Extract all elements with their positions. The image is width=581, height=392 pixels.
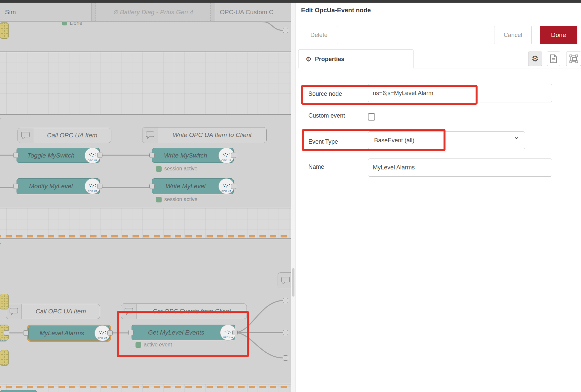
annotation-box-get-mylevel-events xyxy=(117,311,249,357)
custom-event-checkbox[interactable] xyxy=(368,113,375,121)
group-lower-label: er xyxy=(0,241,1,247)
node-write-myswitch[interactable]: Write MySwitch OPC UA xyxy=(152,148,234,163)
tab-sim[interactable]: Sim xyxy=(0,3,92,21)
node-label: Toggle MySwitch xyxy=(20,148,82,162)
group-selection-dash-top xyxy=(0,235,291,237)
custom-event-label: Custom event xyxy=(308,112,345,119)
tab-opcua-custom[interactable]: OPC-UA Custom C xyxy=(215,3,295,21)
done-button[interactable]: Done xyxy=(540,26,577,44)
node-toggle-myswitch[interactable]: Toggle MySwitch OPC UA xyxy=(17,148,100,163)
opcua-badge-text: OPC UA xyxy=(221,190,231,192)
workspace-tab-bar: Sim ⊘ Battery Diag - Prius Gen 4 OPC-UA … xyxy=(0,3,295,22)
node-mylevel-alarms[interactable]: MyLevel Alarms OPC UA xyxy=(28,326,110,340)
port-in[interactable] xyxy=(23,330,28,336)
node-label: Write MySwitch xyxy=(156,148,215,162)
port-out[interactable] xyxy=(4,330,9,336)
node-write-mylevel[interactable]: Write MyLevel OPC UA xyxy=(152,178,234,194)
status-green-dot xyxy=(156,166,162,172)
node-label: Modify MyLevel xyxy=(20,179,82,194)
edit-properties-icon-button[interactable]: ⚙ xyxy=(528,52,542,66)
flow-scrollbar[interactable] xyxy=(291,3,295,392)
cancel-button[interactable]: Cancel xyxy=(494,26,532,44)
port-in[interactable] xyxy=(13,153,19,158)
link-node-partial[interactable] xyxy=(0,350,9,366)
port-out[interactable] xyxy=(97,153,102,158)
header-divider xyxy=(295,21,581,21)
name-input[interactable] xyxy=(368,159,552,177)
edit-appearance-icon-button[interactable] xyxy=(566,52,581,66)
node-partial-bottom[interactable] xyxy=(0,390,37,392)
opcua-badge-text: OPC UA xyxy=(97,337,107,339)
opcua-badge-text: OPC UA xyxy=(88,159,97,161)
port-in[interactable] xyxy=(149,184,155,189)
comment-label: Call OPC UA Item xyxy=(22,304,100,319)
document-icon xyxy=(550,54,557,63)
status-done-text: Done xyxy=(70,21,82,26)
comment-label: Write OPC UA Item to Client xyxy=(158,127,266,143)
tab-battery-diag-label: ⊘ Battery Diag - Prius Gen 4 xyxy=(113,8,193,16)
port-out[interactable] xyxy=(231,153,236,158)
window-top-bar xyxy=(0,0,581,3)
node-label: Write MyLevel xyxy=(156,179,215,194)
name-label: Name xyxy=(308,163,324,170)
port-in[interactable] xyxy=(149,153,155,158)
opcua-badge-text: OPC UA xyxy=(221,159,231,161)
port-in[interactable] xyxy=(283,330,288,335)
status-text: session active xyxy=(164,166,198,172)
group-top-partial xyxy=(0,21,291,52)
annotation-box-event-type xyxy=(302,129,445,151)
port-in[interactable] xyxy=(13,184,19,189)
cancel-button-label: Cancel xyxy=(504,32,522,39)
tab-properties-label: Properties xyxy=(315,56,344,63)
annotation-box-source-node xyxy=(301,85,478,105)
group-selection-dash-bottom xyxy=(0,386,291,388)
node-modify-mylevel[interactable]: Modify MyLevel OPC UA xyxy=(17,178,100,194)
port-in[interactable] xyxy=(283,28,288,33)
node-label: MyLevel Alarms xyxy=(32,326,92,340)
gear-icon: ⚙ xyxy=(531,54,539,63)
status-green-dot xyxy=(62,21,67,25)
comment-write-opcua-item-to-client[interactable]: Write OPC UA Item to Client xyxy=(142,127,267,143)
tab-battery-diag[interactable]: ⊘ Battery Diag - Prius Gen 4 xyxy=(96,3,211,21)
status-green-dot xyxy=(156,197,162,202)
node-status-session-active: session active xyxy=(156,166,198,172)
node-status-done: Done xyxy=(62,21,82,26)
opcua-badge-text: OPC UA xyxy=(88,190,97,192)
comment-bubble-icon xyxy=(142,127,158,143)
delete-button[interactable]: Delete xyxy=(300,26,338,44)
comment-label: Call OPC UA Item xyxy=(33,128,111,143)
flow-scrollbar-thumb[interactable] xyxy=(292,268,294,297)
comment-partial-right[interactable] xyxy=(278,272,291,288)
link-node-partial[interactable] xyxy=(0,294,9,309)
appearance-icon xyxy=(569,54,578,63)
tab-opcua-custom-label: OPC-UA Custom C xyxy=(220,9,274,16)
edit-node-panel: Edit OpcUa-Event node Delete Cancel Done… xyxy=(295,3,581,392)
port-in[interactable] xyxy=(283,298,288,303)
gear-icon: ⚙ xyxy=(306,55,312,63)
comment-bubble-icon xyxy=(6,304,22,319)
link-node-partial[interactable] xyxy=(0,22,9,39)
delete-button-label: Delete xyxy=(310,32,328,39)
edit-description-icon-button[interactable] xyxy=(547,52,560,66)
port-in[interactable] xyxy=(283,355,288,361)
tab-sim-label: Sim xyxy=(5,9,16,16)
port-out[interactable] xyxy=(107,330,113,336)
done-button-label: Done xyxy=(551,31,566,39)
comment-bubble-icon xyxy=(18,128,33,143)
node-status-session-active: session active xyxy=(156,196,198,202)
group-upper-label: er xyxy=(0,117,1,122)
status-text: session active xyxy=(164,196,198,202)
port-out[interactable] xyxy=(97,184,102,189)
comment-call-opcua-item-lower[interactable]: Call OPC UA Item xyxy=(6,304,100,319)
tab-properties[interactable]: ⚙ Properties xyxy=(298,50,413,68)
panel-title: Edit OpcUa-Event node xyxy=(301,7,371,14)
port-out[interactable] xyxy=(231,184,236,189)
flow-canvas[interactable]: Done er er Call OPC UA Item Write O xyxy=(0,21,291,392)
comment-bubble-icon xyxy=(278,273,291,288)
comment-call-opcua-item-upper[interactable]: Call OPC UA Item xyxy=(18,128,111,143)
chevron-down-icon: ⌄ xyxy=(514,132,520,141)
